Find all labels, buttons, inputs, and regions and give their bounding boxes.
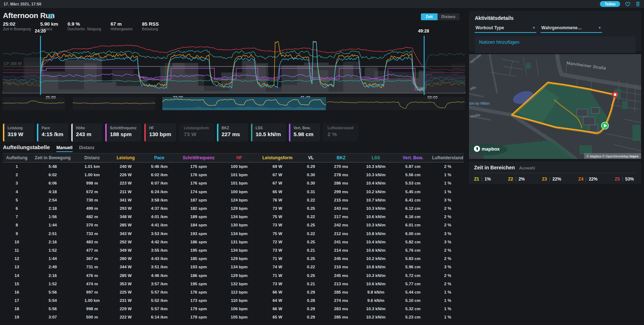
table-row: 121:44367 m280 W4:43 /km185 spm129 bpm71… bbox=[3, 255, 464, 263]
col-header-luftwiderstand: Luftwiderstand bbox=[431, 153, 464, 162]
metric-chip-leistung[interactable]: Leistung319 W bbox=[3, 124, 34, 142]
table-row: 92:51733 m343 W3:53 /km193 spm134 bpm75 … bbox=[3, 229, 464, 238]
page-title: Afternoon Run bbox=[3, 11, 55, 20]
zone-z4: Z422% bbox=[578, 177, 597, 182]
chart-brush-strip[interactable] bbox=[0, 96, 465, 111]
axis-mode-toggle: Zeit Distanz bbox=[421, 13, 460, 20]
table-row: 36:06998 m223 W6:07 /km176 spm101 bpm67 … bbox=[3, 179, 464, 187]
chip-color-bar bbox=[289, 124, 290, 142]
chevron-down-icon: ▼ bbox=[598, 26, 601, 30]
zone-z2: Z22% bbox=[508, 177, 525, 182]
table-row: 102:16483 m292 W4:42 /km186 spm131 bpm72… bbox=[3, 238, 464, 246]
table-row: 185:56998 m229 W5:57 /km179 spm106 bpm66… bbox=[3, 305, 464, 313]
selection-end-label: 49:28 bbox=[418, 29, 429, 34]
table-row: 165:56997 m225 W5:57 /km176 spm113 bpm66… bbox=[3, 288, 464, 296]
tab-distanz[interactable]: Distanz bbox=[79, 145, 95, 151]
col-header-lss: LSS bbox=[357, 153, 394, 162]
summary-stats: 25:02Zeit in Bewegung5.90 kmDistanz0.9 %… bbox=[3, 21, 159, 31]
perceived-effort-dropdown[interactable]: Wahrgenommene…▼ bbox=[541, 25, 602, 33]
table-row: 111:52477 m349 W3:55 /km195 spm134 bpm73… bbox=[3, 246, 464, 254]
notes-input[interactable]: Notizen hinzufügen bbox=[475, 36, 635, 53]
delete-trash-icon[interactable] bbox=[635, 1, 640, 6]
table-row: 15:481.01 km240 W5:46 /km175 spm100 bpm6… bbox=[3, 162, 464, 171]
activity-line-chart[interactable]: CP 288 W25:0033:2041:4050:00 bbox=[0, 34, 465, 101]
workout-type-dropdown[interactable]: Workout Type▼ bbox=[475, 25, 536, 33]
table-row: 193:07500 m222 W6:14 /km179 spm105 bpm65… bbox=[3, 313, 464, 321]
activity-page: 17. März 2021, 17:50 Teilen Afternoon Ru… bbox=[0, 0, 644, 325]
col-header-bkz: BKZ bbox=[325, 153, 357, 162]
zone-z3: Z322% bbox=[542, 177, 561, 182]
activity-details-card: Aktivitätsdetails Workout Type▼ Wahrgeno… bbox=[469, 11, 641, 51]
edit-title-icon[interactable] bbox=[48, 13, 54, 20]
favorite-heart-icon[interactable] bbox=[625, 1, 630, 6]
summary-stat: 0.9 %Durchschn. Steigung bbox=[68, 21, 101, 31]
metric-chip-lss[interactable]: LSS10.5 kN/m bbox=[251, 124, 286, 142]
col-header-leistungsform: Leistungsform bbox=[258, 153, 297, 162]
zone-z1: Z11% bbox=[474, 177, 491, 182]
activity-date: 17. März 2021, 17:50 bbox=[4, 2, 41, 6]
metric-chip-luftwiderstand[interactable]: Luftwiderstand2 % bbox=[323, 124, 359, 142]
metric-chip-leistungsform[interactable]: Leistungsform73 W bbox=[179, 124, 214, 142]
zones-row: Z11%Z22%Z322%Z422%Z553% bbox=[474, 177, 636, 182]
metric-chip-pace[interactable]: Pace4:15 /km bbox=[37, 124, 68, 142]
mapbox-logo[interactable]: mapbox bbox=[474, 146, 500, 152]
zones-subtitle: Auswahl bbox=[519, 166, 535, 170]
table-row: 52:54730 m341 W3:58 /km187 spm124 bpm76 … bbox=[3, 196, 464, 204]
metric-chip-hf[interactable]: HF130 bpm bbox=[144, 124, 176, 142]
time-in-zones-card: Zeit in Bereichen Auswahl Z11%Z22%Z322%Z… bbox=[469, 161, 641, 184]
table-row: 71:56482 m348 W4:01 /km189 spm134 bpm75 … bbox=[3, 213, 464, 221]
col-header-vert-bew-: Vert. Bew. bbox=[394, 153, 432, 162]
summary-stat: 85 RSSBelastung bbox=[142, 21, 159, 31]
chip-color-bar bbox=[217, 124, 218, 142]
map-attribution[interactable]: © Mapbox © OpenStreetMap Impro bbox=[584, 153, 641, 159]
col-header-aufteilung: Aufteilung bbox=[3, 153, 31, 162]
summary-stat: 25:02Zeit in Bewegung bbox=[3, 21, 31, 31]
activity-details-title: Aktivitätsdetails bbox=[475, 15, 635, 21]
share-button[interactable]: Teilen bbox=[600, 1, 620, 7]
svg-text:© Mapbox © OpenStreetMap Impro: © Mapbox © OpenStreetMap Impro bbox=[587, 155, 639, 158]
zones-title: Zeit in Bereichen bbox=[474, 165, 515, 170]
top-bar: 17. März 2021, 17:50 Teilen bbox=[0, 0, 644, 8]
chip-color-bar bbox=[144, 124, 146, 142]
metric-chip-vert-bew-[interactable]: Vert. Bew.5.98 cm bbox=[289, 124, 320, 142]
col-header-schrittfrequenz: Schrittfrequenz bbox=[176, 153, 221, 162]
table-row: 81:44370 m285 W4:41 /km184 spm130 bpm73 … bbox=[3, 221, 464, 229]
table-row: 151:52474 m353 W3:57 /km195 spm132 bpm73… bbox=[3, 280, 464, 288]
tab-manuell[interactable]: Manuell bbox=[56, 145, 73, 152]
svg-text:mapbox: mapbox bbox=[482, 146, 500, 152]
svg-text:ton-by Hilton: ton-by Hilton bbox=[469, 101, 490, 105]
col-header-hf: HF bbox=[221, 153, 258, 162]
table-row: 132:49731 m344 W3:51 /km193 spm134 bpm74… bbox=[3, 263, 464, 271]
metric-chip-schrittfrequenz[interactable]: Schrittfrequenz188 spm bbox=[105, 124, 141, 142]
chip-color-bar bbox=[71, 124, 73, 142]
route-start-marker bbox=[601, 122, 609, 129]
table-row: 44:18672 m211 W6:24 /km174 spm100 bpm65 … bbox=[3, 187, 464, 196]
col-header-leistung: Leistung bbox=[110, 153, 142, 162]
chip-color-bar bbox=[251, 124, 252, 142]
col-header-distanz: Distanz bbox=[75, 153, 110, 162]
summary-stat: 67 mHöhengewinn bbox=[111, 21, 133, 31]
table-row: 175:541.00 km231 W5:52 /km173 spm110 bpm… bbox=[3, 296, 464, 305]
chevron-down-icon: ▼ bbox=[532, 26, 536, 30]
chip-color-bar bbox=[105, 124, 107, 142]
route-end-marker bbox=[612, 92, 618, 98]
toggle-zeit-button[interactable]: Zeit bbox=[421, 13, 438, 20]
table-row: 62:18499 m293 W4:37 /km182 spm129 bpm73 … bbox=[3, 204, 464, 212]
split-table: AufteilungZeit in BewegungDistanzLeistun… bbox=[3, 153, 464, 321]
route-map[interactable]: Mannheimer Straße ogstraße aße ton-by Hi… bbox=[469, 54, 641, 159]
selection-start-label: 24:20 bbox=[35, 29, 46, 34]
chip-color-bar bbox=[3, 124, 4, 142]
col-header-zeit-in-bewegung: Zeit in Bewegung bbox=[31, 153, 75, 162]
chip-color-bar bbox=[37, 124, 38, 142]
col-header-vl: VL bbox=[297, 153, 325, 162]
metric-chip-bkz[interactable]: BKZ227 ms bbox=[217, 124, 248, 142]
split-table-title: Aufteilungstabelle bbox=[3, 144, 50, 150]
table-row: 142:16476 m285 W4:46 /km186 spm129 bpm71… bbox=[3, 271, 464, 280]
table-row: 26:021.00 km226 W6:02 /km176 spm101 bpm6… bbox=[3, 171, 464, 179]
col-header-pace: Pace bbox=[142, 153, 176, 162]
metric-chip-h-he[interactable]: Höhe243 m bbox=[71, 124, 102, 142]
metric-chips: Leistung319 WPace4:15 /kmHöhe243 mSchrit… bbox=[3, 124, 358, 142]
toggle-distanz-button[interactable]: Distanz bbox=[438, 13, 460, 20]
zone-z5: Z553% bbox=[615, 177, 634, 182]
